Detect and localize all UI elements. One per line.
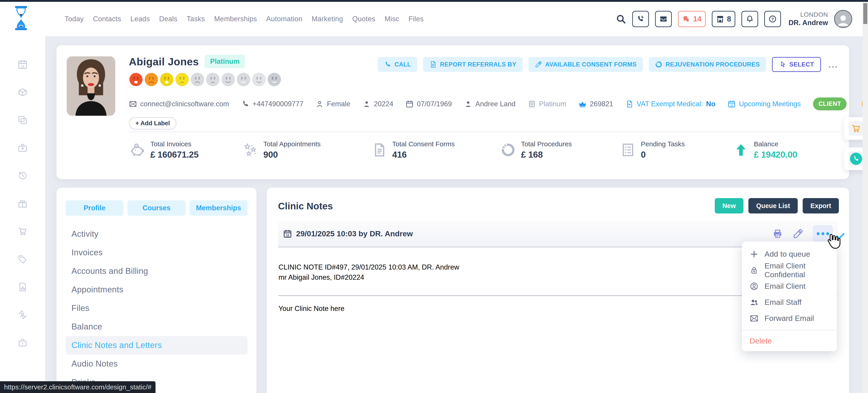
menu-item-appointments[interactable]: Appointments [66, 280, 248, 299]
inbox-button[interactable] [655, 11, 672, 27]
piggy-bank-icon [130, 143, 145, 157]
note-more-button[interactable] [813, 225, 833, 242]
bell-icon [746, 15, 754, 23]
dropdown-email-staff[interactable]: Email Staff [742, 294, 837, 310]
dropdown-add-to-queue[interactable]: Add to queue [742, 246, 837, 262]
tab-courses[interactable]: Courses [127, 200, 185, 216]
tab-profile[interactable]: Profile [66, 200, 123, 216]
consent-forms-button[interactable]: AVAILABLE CONSENT FORMS [528, 57, 643, 72]
header-controls: 14 8 LONDON DR. Andrew [616, 2, 852, 36]
vat-exempt-link[interactable]: VAT Exempt Medical:No [625, 100, 715, 108]
up-arrow-icon [734, 143, 748, 157]
help-button[interactable] [764, 11, 781, 27]
mood-face-6[interactable] [206, 72, 220, 87]
mood-face-4[interactable] [175, 72, 189, 87]
hourglass-logo-icon [14, 6, 28, 30]
menu-item-balance[interactable]: Balance [66, 318, 248, 336]
dropdown-forward-email[interactable]: Forward Email [742, 310, 837, 326]
add-label-button[interactable]: + Add Label [129, 117, 177, 129]
patient-email[interactable]: connect@clinicsoftware.com [129, 100, 229, 108]
rejuvenation-button[interactable]: REJUVENATION PROCEDURES [649, 57, 766, 72]
mood-face-7[interactable] [221, 72, 235, 87]
dropdown-email-client-confidential[interactable]: Email Client Confidential [742, 262, 837, 278]
nav-item-contacts[interactable]: Contacts [93, 15, 121, 23]
profile-more-button[interactable]: ... [827, 59, 839, 70]
document-lines-icon [372, 143, 387, 157]
rail-client-sync-button[interactable] [18, 309, 28, 320]
nav-item-leads[interactable]: Leads [130, 15, 150, 23]
menu-item-invoices[interactable]: Invoices [66, 243, 248, 262]
nav-item-marketing[interactable]: Marketing [312, 15, 343, 23]
patient-photo[interactable] [67, 56, 115, 116]
dropdown-email-client[interactable]: Email Client [742, 278, 837, 294]
rail-cart-button[interactable] [18, 226, 28, 237]
person-solid-icon [363, 100, 371, 108]
chat-button[interactable]: 14 [678, 11, 706, 27]
search-icon[interactable] [616, 14, 626, 24]
phone-icon [241, 100, 249, 108]
menu-item-files[interactable]: Files [66, 299, 248, 318]
mood-face-8[interactable] [237, 72, 251, 87]
chat-bubbles-icon [682, 15, 690, 23]
mood-face-3[interactable] [160, 72, 174, 87]
profile-actions: CALL REPORT REFERRALS BY AVAILABLE CONSE… [378, 57, 839, 72]
nav-item-memberships[interactable]: Memberships [214, 15, 257, 23]
rail-package-button[interactable] [18, 87, 28, 97]
new-note-button[interactable]: New [715, 198, 744, 213]
menu-item-accounts-billing[interactable]: Accounts and Billing [66, 262, 248, 280]
pointer-icon [779, 61, 786, 68]
status-url: https://server2.clinicsoftware.com/desig… [4, 383, 151, 391]
print-note-button[interactable] [772, 229, 783, 239]
report-referrals-button[interactable]: REPORT REFERRALS BY [423, 57, 523, 72]
mood-face-9[interactable] [252, 72, 266, 87]
plus-icon [749, 250, 758, 259]
menu-item-clinic-notes[interactable]: Clinic Notes and Letters [66, 336, 248, 355]
rail-briefcase-button[interactable] [18, 143, 28, 153]
rail-tag-button[interactable] [18, 254, 28, 264]
mood-face-5[interactable] [190, 72, 205, 87]
page-scrollbar[interactable] [863, 2, 868, 393]
select-button[interactable]: SELECT [772, 57, 821, 72]
calendar-icon [283, 229, 292, 238]
phone-icon [384, 61, 391, 68]
nav-item-tasks[interactable]: Tasks [187, 15, 205, 23]
donut-chart-icon [501, 143, 516, 157]
phone-button[interactable] [632, 11, 649, 27]
patient-id: 20224 [363, 100, 393, 108]
tab-memberships[interactable]: Memberships [190, 200, 248, 216]
cart-icon [851, 123, 861, 133]
edit-note-button[interactable] [793, 229, 803, 239]
call-button[interactable]: CALL [378, 57, 417, 72]
scrollbar-thumb[interactable] [863, 3, 867, 24]
rail-copy-button[interactable] [18, 115, 28, 125]
clinicsoftware-logo[interactable] [14, 6, 28, 30]
mood-face-1[interactable] [129, 72, 143, 87]
rail-gift-button[interactable] [18, 198, 28, 209]
dropdown-delete[interactable]: Delete [742, 330, 837, 351]
queue-list-button[interactable]: Queue List [748, 198, 798, 213]
user-avatar[interactable] [834, 10, 852, 28]
rail-lock-button[interactable] [18, 337, 28, 348]
rail-calendar-button[interactable] [18, 59, 28, 70]
rail-report-button[interactable] [18, 282, 28, 292]
rail-history-button[interactable] [18, 171, 28, 181]
notifications-button[interactable] [741, 11, 758, 27]
window-top-strip [0, 0, 868, 2]
nav-item-misc[interactable]: Misc [384, 15, 399, 23]
mood-face-10[interactable] [267, 72, 281, 87]
patient-phone[interactable]: +447490009777 [241, 100, 303, 108]
upcoming-meetings-link[interactable]: Upcoming Meetings [727, 100, 801, 108]
menu-item-audio-notes[interactable]: Audio Notes [66, 355, 248, 373]
stat-total-invoices: Total Invoices£ 160671.25 [130, 140, 199, 160]
export-button[interactable]: Export [803, 198, 839, 213]
nav-item-today[interactable]: Today [65, 15, 84, 23]
store-button[interactable]: 8 [712, 11, 735, 27]
mood-face-2[interactable] [144, 72, 158, 87]
mood-scale [129, 72, 840, 87]
nav-item-files[interactable]: Files [408, 15, 424, 23]
inbox-icon [659, 15, 668, 23]
nav-item-deals[interactable]: Deals [159, 15, 178, 23]
nav-item-quotes[interactable]: Quotes [352, 15, 375, 23]
nav-item-automation[interactable]: Automation [266, 15, 303, 23]
menu-item-activity[interactable]: Activity [66, 225, 248, 243]
